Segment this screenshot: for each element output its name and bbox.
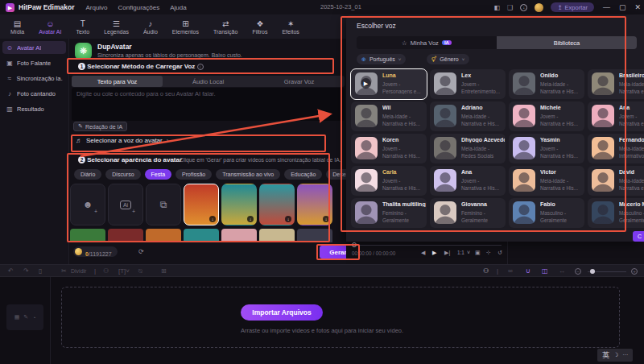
user-avatar[interactable] <box>535 3 543 12</box>
zoom-out-icon[interactable]: − <box>575 268 581 275</box>
voice-source-tab-texto-para-voz[interactable]: Texto para Voz <box>72 76 163 87</box>
avatar-thumbnail-row2-6[interactable] <box>297 229 332 242</box>
record-mic-icon[interactable]: ⚇ <box>483 267 489 275</box>
voice-card-victor[interactable]: VictorMeia-idade -Narrativa e His... <box>509 166 584 196</box>
avatar-thumbnail-4[interactable]: ↓ <box>221 184 257 225</box>
import-video-tile[interactable]: ⧉ <box>146 184 181 225</box>
sidebar-item-avatar-ai[interactable]: ☺Avatar AI <box>2 41 66 54</box>
delete-icon[interactable]: ▯ <box>39 267 42 275</box>
export-button[interactable]: ↥Exportar <box>551 2 594 12</box>
minimize-button[interactable]: — <box>603 3 610 11</box>
track-video-icon[interactable]: ▦ <box>14 314 20 321</box>
zoom-in-icon[interactable]: + <box>631 268 638 275</box>
link-clips-icon[interactable]: ∞ <box>508 267 513 275</box>
voice-card-fabio[interactable]: FabioMasculino -Geralmente <box>509 198 584 228</box>
ribbon-tab-a-udio[interactable]: ♪Áudio <box>136 14 165 39</box>
refresh-icon[interactable]: ⟳ <box>138 248 144 255</box>
category-chip-educac-a-o[interactable]: Educação <box>284 169 322 180</box>
ribbon-tab-efeitos[interactable]: ✶Efeitos <box>275 14 306 39</box>
avatar-thumbnail-5[interactable]: ↓ <box>259 184 295 225</box>
tab-library[interactable]: Biblioteca <box>497 36 637 49</box>
menu-arquivo[interactable]: Arquivo <box>85 4 107 11</box>
category-chip-dia-rio[interactable]: Diário <box>74 169 101 180</box>
confirm-button[interactable]: C <box>633 231 644 242</box>
undo-icon[interactable]: ↶ <box>8 267 14 275</box>
category-chip-festa[interactable]: Festa <box>145 169 172 180</box>
avatar-thumbnail-row2-3[interactable] <box>184 229 219 242</box>
media-dropzone[interactable] <box>61 287 620 348</box>
voice-card-david[interactable]: DavidMeia-idade -Narrativa e His... <box>588 166 644 196</box>
gender-filter-dropdown[interactable]: ⚥ Gênero ˅ <box>427 54 469 64</box>
avatar-thumbnail-row2-5[interactable] <box>259 229 295 242</box>
scrubber-track[interactable] <box>357 245 502 246</box>
fit-timeline-icon[interactable]: ↔ <box>559 267 565 275</box>
sidebar-item-foto-cantando[interactable]: ♪Foto cantando <box>2 87 66 100</box>
ribbon-tab-avatar-ai[interactable]: ☺Avatar AI <box>31 14 68 39</box>
avatar-thumbnail-row2-1[interactable] <box>108 229 143 242</box>
ribbon-tab-elementos[interactable]: ⊞Elementos <box>165 14 206 39</box>
track-pen-icon[interactable]: ✎ <box>23 314 28 321</box>
add-person-tile[interactable]: ☻+ <box>70 184 105 225</box>
ribbon-tab-texto[interactable]: TTexto <box>68 14 97 39</box>
sidebar-item-resultado[interactable]: ▥Resultado <box>2 102 66 115</box>
voice-card-ana[interactable]: AnaJovem -Narrativa e His... <box>430 166 506 196</box>
avatar-thumbnail-row2-4[interactable] <box>221 229 257 242</box>
layout-icon[interactable]: ◧ <box>494 4 501 11</box>
voice-source-tab-gravar-voz[interactable]: Gravar Voz <box>254 76 345 87</box>
avatar-thumbnail-row2-2[interactable] <box>146 229 181 242</box>
ratio-caret-icon[interactable]: ˅ <box>467 250 470 255</box>
remove-subtitle-icon[interactable]: ⍉ <box>138 267 142 275</box>
crop-icon[interactable]: ⊹ <box>486 250 491 256</box>
ime-indicator[interactable]: 英 ☽ ⋯ <box>597 349 633 362</box>
split-scissors-icon[interactable]: ✂ <box>61 267 67 275</box>
voice-card-fernando[interactable]: FernandoMeia-idade -Informativo... <box>588 134 644 163</box>
select-avatar-voice-button[interactable]: ♬ Selecionar a voz do avatar › <box>76 137 168 144</box>
aspect-ratio-select[interactable]: 1:1 <box>457 250 464 255</box>
ai-writing-button[interactable]: ✎Redação de IA <box>73 122 127 131</box>
auto-split-icon[interactable]: ◫ <box>542 267 548 275</box>
ribbon-tab-transic-a-o[interactable]: ⇄Transição <box>206 14 245 39</box>
info-icon[interactable]: i <box>197 64 204 70</box>
divide-label[interactable]: Dividir <box>71 268 86 274</box>
snapshot-icon[interactable]: ▣ <box>475 250 481 256</box>
voice-card-carla[interactable]: CarlaJovem -Narrativa e His... <box>351 166 427 196</box>
prev-frame-icon[interactable]: ◀ <box>421 250 425 256</box>
voice-card-macerio-mul[interactable]: Macerio Mul...Masculino -Geralmente <box>588 198 644 228</box>
avatar-thumbnail-row2-0[interactable] <box>70 229 105 242</box>
ribbon-tab-mi-dia[interactable]: ▤Mídia <box>3 14 31 39</box>
import-files-button[interactable]: Importar Arquivos <box>241 304 323 321</box>
category-chip-discurso[interactable]: Discurso <box>105 169 140 180</box>
menu-ajuda[interactable]: Ajuda <box>170 4 186 11</box>
redo-icon[interactable]: ↷ <box>23 267 29 275</box>
voice-card-koren[interactable]: KorenJovem -Narrativa e His... <box>351 134 427 163</box>
download-icon[interactable]: ↓ <box>520 4 527 11</box>
add-marker-icon[interactable]: ⊞ <box>161 267 167 275</box>
text-tool-icon[interactable]: [T]˅ <box>118 267 130 275</box>
close-button[interactable]: ✕ <box>634 3 641 11</box>
voice-card-yasmin[interactable]: YasminJovem -Narrativa e His... <box>509 134 584 163</box>
voiceover-icon[interactable]: ⚇ <box>103 267 109 275</box>
menu-configurac-o-es[interactable]: Configurações <box>118 4 160 11</box>
ribbon-tab-legendas[interactable]: ☰Legendas <box>97 14 136 39</box>
category-chip-transmissa-o-ao-vivo[interactable]: Transmissão ao vivo <box>216 169 280 180</box>
avatar-thumbnail-6[interactable]: ↓ <box>297 184 332 225</box>
feedback-icon[interactable]: ❑ <box>507 4 513 11</box>
category-chip-profissa-o[interactable]: Profissão <box>175 169 212 180</box>
voice-card-giovanna[interactable]: GiovannaFeminino -Geralmente <box>430 198 506 228</box>
ribbon-tab-filtros[interactable]: ❖Filtros <box>245 14 275 39</box>
generate-button[interactable]: Gerar <box>320 246 346 259</box>
maximize-button[interactable]: ▢ <box>619 3 626 11</box>
voice-card-brasileiro[interactable]: BrasileiroMeia-idade -Narrativa e His... <box>588 69 644 99</box>
track-lock-icon[interactable]: ◔ <box>32 315 35 321</box>
voice-source-tab-a-udio-local[interactable]: Áudio Local <box>163 76 254 87</box>
voice-card-adriano[interactable]: AdrianoMeia-idade -Narrativa e His... <box>430 101 506 131</box>
voice-card-wil[interactable]: WilMeia-idade -Narrativa e His... <box>351 101 427 131</box>
voice-card-michele[interactable]: MicheleJovem -Narrativa e His... <box>509 101 584 131</box>
voice-card-onildo[interactable]: OnildoMeia-idade -Narrativa e His... <box>509 69 584 99</box>
sidebar-item-foto-falante[interactable]: ▣Foto Falante <box>2 56 66 69</box>
play-icon[interactable]: ▶ <box>361 78 371 89</box>
add-ai-tile[interactable]: Ai+ <box>108 184 143 225</box>
sidebar-item-sincronizac-a-o-la[interactable]: ≈Sincronização la... <box>2 72 66 85</box>
fullscreen-icon[interactable]: ↺ <box>497 250 502 256</box>
voice-card-thalita-multiling[interactable]: Thalita multiling...Feminino -Geralmente <box>351 198 427 228</box>
